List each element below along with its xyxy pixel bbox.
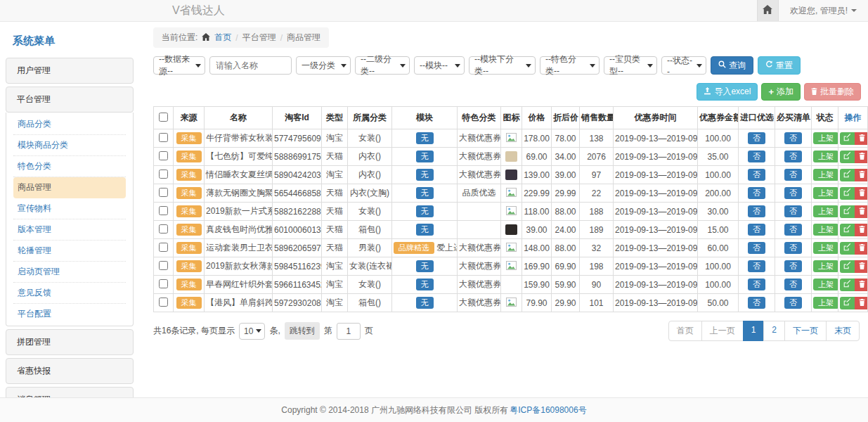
status-button[interactable]: 上架 [813, 169, 838, 181]
jump-button[interactable]: 跳转到 [285, 322, 320, 340]
breadcrumb-home-link[interactable]: 首页 [214, 32, 231, 44]
must-buy-toggle-button[interactable]: 否 [784, 279, 802, 290]
filter-select-category-l2[interactable]: --二级分类-- [355, 56, 410, 75]
delete-button[interactable] [855, 169, 868, 181]
page-button-2[interactable]: 2 [763, 321, 785, 341]
status-button[interactable]: 上架 [813, 132, 838, 144]
sidebar-item-启动页管理[interactable]: 启动页管理 [13, 262, 126, 283]
must-buy-toggle-button[interactable]: 否 [784, 132, 802, 144]
import-excel-button[interactable]: 导入excel [697, 83, 758, 101]
must-buy-toggle-button[interactable]: 否 [784, 242, 802, 254]
edit-button[interactable] [840, 151, 855, 163]
row-checkbox[interactable] [159, 224, 168, 234]
filter-select-feature[interactable]: --特色分类-- [540, 56, 600, 75]
row-checkbox[interactable] [159, 261, 168, 270]
imported-toggle-button[interactable]: 否 [748, 224, 765, 236]
sidebar-item-意见反馈[interactable]: 意见反馈 [13, 283, 126, 304]
imported-toggle-button[interactable]: 否 [748, 205, 765, 217]
must-buy-toggle-button[interactable]: 否 [784, 205, 802, 217]
must-buy-toggle-button[interactable]: 否 [784, 151, 802, 162]
name-search-input[interactable] [209, 56, 292, 75]
status-button[interactable]: 上架 [813, 260, 838, 272]
sidebar-section-省惠快报[interactable]: 省惠快报 [6, 358, 134, 384]
status-button[interactable]: 上架 [813, 297, 838, 309]
delete-button[interactable] [855, 187, 868, 200]
page-button-末页[interactable]: 末页 [826, 321, 860, 341]
row-checkbox[interactable] [159, 151, 168, 160]
page-button-1[interactable]: 1 [743, 321, 765, 341]
icp-link[interactable]: 粤ICP备16098006号 [510, 404, 586, 416]
status-button[interactable]: 上架 [813, 224, 838, 236]
search-button[interactable]: 查询 [711, 56, 753, 75]
sidebar-item-轮播管理[interactable]: 轮播管理 [13, 241, 126, 262]
must-buy-toggle-button[interactable]: 否 [784, 169, 802, 181]
home-button[interactable] [757, 0, 779, 21]
imported-toggle-button[interactable]: 否 [748, 260, 765, 272]
edit-button[interactable] [840, 297, 855, 309]
filter-select-status[interactable]: --状态-- [661, 56, 706, 75]
delete-button[interactable] [855, 279, 868, 291]
jump-page-input[interactable] [337, 323, 361, 340]
status-button[interactable]: 上架 [813, 279, 838, 290]
filter-select-category-l1[interactable]: 一级分类 [296, 56, 351, 75]
edit-button[interactable] [840, 187, 855, 200]
delete-button[interactable] [855, 205, 868, 218]
delete-button[interactable] [855, 260, 868, 273]
sidebar-item-商品分类[interactable]: 商品分类 [13, 114, 126, 135]
imported-toggle-button[interactable]: 否 [748, 242, 765, 254]
sidebar-item-宣传物料[interactable]: 宣传物料 [13, 198, 126, 219]
status-button[interactable]: 上架 [813, 242, 838, 254]
per-page-select[interactable]: 10 [239, 323, 265, 340]
row-checkbox[interactable] [159, 206, 168, 215]
sidebar-item-商品管理[interactable]: 商品管理 [13, 177, 126, 198]
must-buy-toggle-button[interactable]: 否 [784, 187, 802, 199]
edit-button[interactable] [840, 260, 855, 273]
edit-button[interactable] [840, 224, 855, 236]
delete-button[interactable] [855, 132, 868, 145]
row-checkbox[interactable] [159, 133, 168, 142]
row-checkbox[interactable] [159, 298, 168, 307]
filter-select-module-sub[interactable]: --模块下分类-- [469, 56, 536, 75]
row-checkbox[interactable] [159, 188, 168, 197]
delete-button[interactable] [855, 297, 868, 309]
sidebar-section-拼团管理[interactable]: 拼团管理 [6, 329, 134, 355]
imported-toggle-button[interactable]: 否 [748, 132, 765, 144]
edit-button[interactable] [840, 169, 855, 181]
edit-button[interactable] [840, 205, 855, 218]
edit-button[interactable] [840, 242, 855, 255]
sidebar-section-用户管理[interactable]: 用户管理 [6, 58, 134, 84]
filter-select-data-source[interactable]: --数据来源-- [153, 56, 205, 75]
sidebar-item-模块商品分类[interactable]: 模块商品分类 [13, 135, 126, 156]
filter-select-module[interactable]: --模块-- [414, 56, 465, 75]
delete-button[interactable] [855, 242, 868, 255]
status-button[interactable]: 上架 [813, 187, 838, 199]
sidebar-section-平台管理[interactable]: 平台管理 [6, 87, 134, 113]
edit-button[interactable] [840, 279, 855, 291]
must-buy-toggle-button[interactable]: 否 [784, 260, 802, 272]
status-button[interactable]: 上架 [813, 151, 838, 162]
delete-button[interactable] [855, 224, 868, 236]
batch-delete-button[interactable]: 批量删除 [804, 83, 861, 101]
delete-button[interactable] [855, 151, 868, 163]
imported-toggle-button[interactable]: 否 [748, 279, 765, 290]
imported-toggle-button[interactable]: 否 [748, 169, 765, 181]
user-menu[interactable]: 欢迎您, 管理员! [779, 0, 868, 21]
row-checkbox[interactable] [159, 170, 168, 179]
imported-toggle-button[interactable]: 否 [748, 187, 765, 199]
reset-button[interactable]: 重置 [758, 56, 801, 75]
status-button[interactable]: 上架 [813, 205, 838, 217]
row-checkbox[interactable] [159, 243, 168, 252]
filter-select-item-type[interactable]: --宝贝类型-- [604, 56, 657, 75]
page-button-下一页[interactable]: 下一页 [784, 321, 827, 341]
must-buy-toggle-button[interactable]: 否 [784, 297, 802, 309]
imported-toggle-button[interactable]: 否 [748, 151, 765, 162]
sidebar-item-平台配置[interactable]: 平台配置 [13, 304, 126, 324]
imported-toggle-button[interactable]: 否 [748, 297, 765, 309]
sidebar-item-特色分类[interactable]: 特色分类 [13, 156, 126, 177]
row-checkbox[interactable] [159, 279, 168, 288]
sidebar-item-版本管理[interactable]: 版本管理 [13, 219, 126, 241]
edit-button[interactable] [840, 132, 855, 145]
must-buy-toggle-button[interactable]: 否 [784, 224, 802, 236]
select-all-checkbox[interactable] [159, 113, 168, 122]
add-button[interactable]: + 添加 [761, 83, 801, 101]
